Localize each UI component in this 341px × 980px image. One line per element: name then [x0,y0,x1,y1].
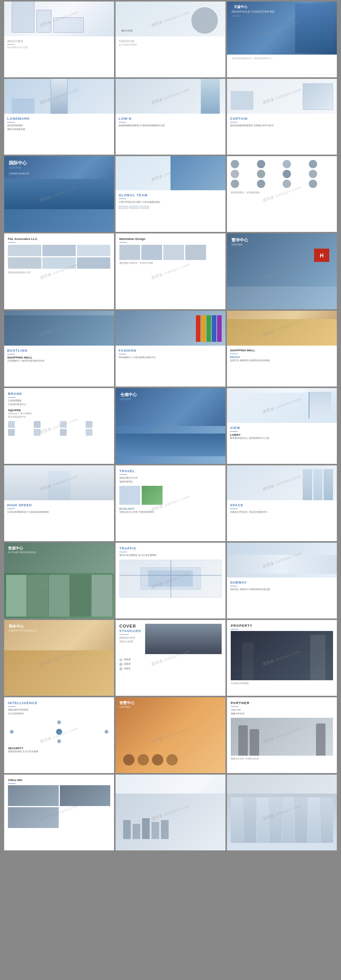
card-property: PROPERTY 专业物业管理服务 图怪兽 jiafupic.com [227,620,337,696]
card2-label: 平面布局分析 [119,40,222,43]
ecology-title: ECOLOGY [119,507,222,511]
hs-desc: 18层全玻璃幕墙设计 打造超高速电梯系统 [7,511,111,514]
intel-title: INTELLIGENCE [8,701,110,705]
fal-title: FAL Associates LLC. [8,237,110,241]
card-1: 图怪兽 jiafupic.com 建筑设计概览 综合体项目设计方案 [4,2,114,77]
property-desc: 专业物业管理服务 [231,682,333,685]
card-center: 国际中心 CENTER 大型城市综合体开发 图怪兽 jiafupic.com [4,156,114,232]
card-space: 图怪兽 jiafupic.com SPACE 全新超大开间设计 充足采光通风空间 [227,465,337,541]
enjoy-title: ENJOY [230,355,334,359]
global-desc: 汇聚全球顶尖设计团队 打造卓越建筑精品 [119,200,222,204]
fashion-title: FASHION [119,348,222,352]
card-curtain: 图怪兽 jiafupic.com CURTAIN 超高性能建筑幕墙系统 完美融合… [227,79,337,154]
watermark-fashion: 图怪兽 jiafupic.com [151,319,190,338]
curtain-title: CURTAIN [230,117,334,121]
card-cover: COVER STANDARD 精装修交付标准高端办公配置 精装修 高配置 智能化… [116,620,225,696]
card-office1: Office Mix 图怪兽 jiafupic.com [4,775,114,850]
brand-title: BRAND [8,392,110,396]
brand-icons [8,421,110,436]
brand-logos [119,206,222,209]
square-title: SQUARE [8,409,110,412]
card3-label: · 超高层地标建筑设计 · 国际标准商务中心 [231,57,333,60]
travel-imgs [119,486,222,505]
card-fal: FAL Associates LLC. 国际知名建筑设计公司 图怪兽 jiafu… [4,234,114,309]
hs-title: HIGH SPEED [7,503,111,507]
lowe-title: LOW-E [119,117,222,121]
security-title: SECURITY [8,746,110,750]
card-highspeed: 图怪兽 jiafupic.com HIGH SPEED 18层全玻璃幕墙设计 打… [4,465,114,541]
card-circles: 项目案例展示 · 全球建筑精品 图怪兽 jiafupic.com [227,156,337,232]
circles-desc: 项目案例展示 · 全球建筑精品 [231,191,333,194]
card-interior: 商务中心 高端商务环境 尊享品质生活 图怪兽 jiafupic.com [4,620,114,696]
space-title: SPACE [230,503,334,507]
subway-title: SUBWAY [230,581,334,584]
travel-title: TRAVEL [119,469,222,473]
card-subway: 图怪兽 jiafupic.com SUBWAY 地铁直达 便捷出行 完善的城市轨… [227,542,337,619]
card-global: 图怪兽 jiafupic.com GLOBAL TEAM 汇聚全球顶尖设计团队 … [116,156,225,232]
card-partner: PARTNER Office Mix战略合作伙伴 战略合作伙伴 共创商业价值 图… [227,697,337,773]
partner-title: PARTNER [231,701,333,705]
square-desc: Elaborate广场 引领城市商业发展品牌平台 [8,412,110,419]
traffic-desc: 紧邻中央交通枢纽 多元立体交通网络 [119,554,222,557]
card-dining: 智慧中心 CENTER 图怪兽 jiafupic.com [116,697,225,773]
intel-desc: 智能化楼宇管理系统全方位智慧管控 [8,708,110,716]
ecology-desc: 绿色生态办公环境 可持续发展理念 [119,511,222,514]
space-desc: 全新超大开间设计 充足采光通风空间 [230,511,334,514]
curtain-desc: 超高性能建筑幕墙系统 完美融合美学与技术 [230,124,334,128]
mall-title: SHOPPING MALL [230,348,334,352]
manhattan-title: Manhattan Design [119,237,222,241]
card-mall-right: 图怪兽 jiafupic.com SHOPPING MALL ENJOY 品质生… [227,311,337,387]
partner-subtitle: Office Mix战略合作伙伴 [231,708,333,716]
card-bustling: 图怪兽 jiafupic.com BUSTLING SHOPPING MALL … [4,311,114,387]
card-2: 建筑分析图 图怪兽 jiafupic.com 平面布局分析 核心功能区域规划 [116,2,225,77]
circles-grid [231,160,333,188]
watermark-shfront: 图怪兽 jiafupic.com [262,262,301,281]
card-building-end: 图怪兽 jiafupic.com [227,775,337,850]
security-desc: 智能安防系统 全方位安全保障 [8,750,110,754]
card-landmark: 图怪兽 jiafupic.com LANDMARK 超高层地标建筑城市天际线新坐… [4,79,114,154]
card-shopping-front: 繁华中心 CENTER H 图怪兽 jiafupic.com [227,234,337,309]
office1-title: Office Mix [8,778,110,782]
cover-items: 精装修 高配置 智能化 [119,658,222,670]
main-grid: 图怪兽 jiafupic.com 建筑设计概览 综合体项目设计方案 建筑分析图 … [0,0,341,852]
landmark-title: LANDMARK [7,117,111,121]
property-title: PROPERTY [231,624,333,628]
lowe-desc: 低辐射镀膜玻璃幕墙 打造超高性能建筑外立面 [119,124,222,128]
watermark-lowe: 图怪兽 jiafupic.com [151,87,190,106]
lobby-title: LOBBY [230,433,334,437]
brand-desc: 引领品牌聚集打造城市商业中心 [8,399,110,406]
card-travel: TRAVEL 绿色交通出行方式低碳环保理念 ECOLOGY 绿色生态办公环境 可… [116,465,225,541]
standard-title: STANDARD [119,629,141,633]
watermark-2: 图怪兽 jiafupic.com [151,10,190,29]
landmark-desc: 超高层地标建筑城市天际线新坐标 [7,124,111,131]
card-office2: 图怪兽 jiafupic.com [116,775,225,850]
card2-desc: 核心功能区域规划 [119,43,222,47]
card-intelligence: INTELLIGENCE 智能化楼宇管理系统全方位智慧管控 SECURITY 智… [4,697,114,773]
view-title: VIEW [230,426,334,430]
traffic-title: TRAFFIC [119,546,222,550]
partner-desc: 战略合作伙伴 共创商业价值 [231,757,333,760]
card-warehouse: 仓储中心 CENTER 图怪兽 jiafupic.com [116,388,225,464]
fal-grid [8,245,110,269]
travel-desc: 绿色交通出行方式低碳环保理念 [119,476,222,484]
card-3: 天鉴中心 国际城市综合体 打造超高层商务地标 CENTER 图怪兽 jiafup… [227,2,337,77]
bustling-mall: SHOPPING MALL [7,356,111,359]
card-lowe: 图怪兽 jiafupic.com LOW-E 低辐射镀膜玻璃幕墙 打造超高性能建… [116,79,225,154]
mall-desc: 品质生活 购物享受 全新商业综合体体验 [230,359,334,363]
lobby-desc: 尊享都市精品办公 超高层商务中心大堂 [230,437,334,441]
bustling-title: BUSTLING [7,348,111,352]
card-manhattan: Manhattan Design 曼哈顿设计事务所 · 全球设计精英 图怪兽 j… [116,234,225,309]
global-title: GLOBAL TEAM [119,193,222,197]
watermark-curtain: 图怪兽 jiafupic.com [262,87,301,106]
bustling-desc: 大型购物中心 城市商业新地标综合体 [7,359,111,363]
subway-desc: 地铁直达 便捷出行 完善的城市轨道交通 [230,588,334,592]
cover-desc: 精装修交付标准高端办公配置 [119,636,141,643]
card-view: 图怪兽 jiafupic.com VIEW LOBBY 尊享都市精品办公 超高层… [227,388,337,464]
card-brand: BRAND 引领品牌聚集打造城市商业中心 SQUARE Elaborate广场 … [4,388,114,464]
card-traffic: TRAFFIC 紧邻中央交通枢纽 多元立体交通网络 图怪兽 jiafupic.c… [116,542,225,619]
card-aerial: 资源中心 FUTURE RESOURCES 图怪兽 jiafupic.com [4,542,114,619]
office1-imgs [8,785,110,828]
card1-label: 建筑设计概览 [7,40,111,43]
card-fashion: 图怪兽 jiafupic.com FASHION 时尚购物中心 打造全新商业体验… [116,311,225,387]
card1-desc: 综合体项目设计方案 [7,46,111,49]
